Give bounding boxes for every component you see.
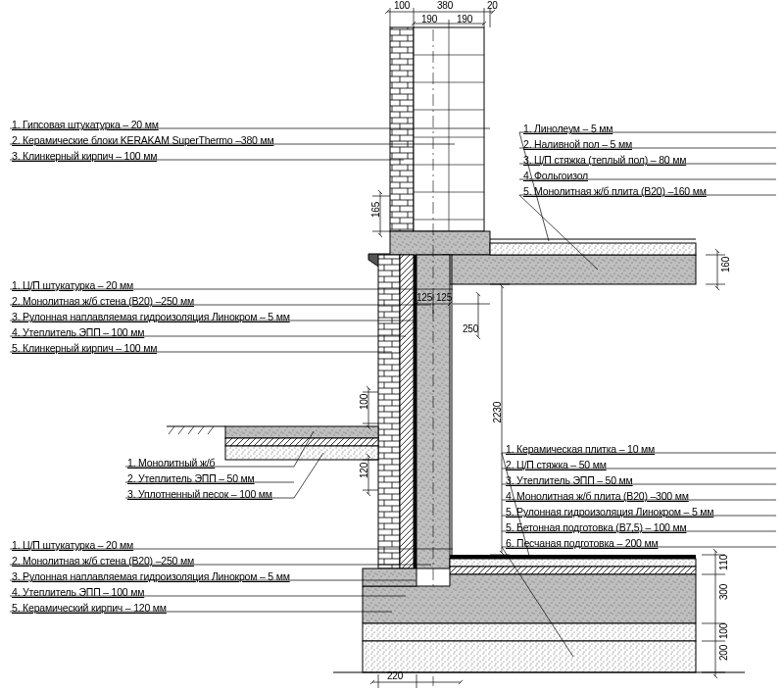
dim-125b: 125 (436, 292, 452, 303)
dim-125a: 125 (416, 292, 432, 303)
gd-2: 2. Утеплитель ЭПП – 50 мм (127, 471, 255, 487)
gd-1: 1. Монолитный ж/б (127, 456, 215, 471)
svg-line-39 (188, 426, 194, 434)
dim-r100b: 100 (718, 623, 729, 639)
dim-r300: 300 (718, 584, 729, 600)
svg-rect-12 (390, 27, 414, 231)
dim-r200: 200 (718, 645, 729, 661)
dim-b220: 220 (387, 670, 403, 681)
gf-1: 1. Ц/П штукатурка – 20 мм (12, 538, 133, 554)
svg-rect-24 (443, 255, 696, 284)
gc-5: 5. Клинкерный кирпич – 100 мм (12, 341, 157, 357)
ge-1: 1. Керамическая плитка – 10 мм (506, 442, 655, 458)
ge-5: 5. Рулонная гидроизоляция Линокром – 5 м… (506, 505, 713, 520)
svg-line-37 (169, 426, 174, 434)
gf-4: 4. Утеплитель ЭПП – 100 мм (12, 585, 144, 601)
dim-190b: 190 (457, 14, 472, 25)
dim-l100: 100 (359, 394, 369, 410)
svg-rect-23 (390, 231, 490, 255)
svg-rect-43 (450, 559, 696, 567)
gb-1: 1. Линолеум – 5 мм (523, 122, 612, 137)
svg-line-40 (198, 426, 204, 434)
svg-rect-34 (225, 438, 378, 446)
svg-line-41 (208, 426, 214, 434)
ga-3: 3. Клинкерный кирпич – 100 мм (12, 149, 157, 165)
dim-250: 250 (463, 323, 478, 334)
svg-rect-46 (363, 641, 696, 672)
dim-20: 20 (487, 0, 498, 11)
gc-2: 2. Монолитная ж/б стена (В20) –250 мм (12, 294, 194, 310)
gf-2: 2. Монолитная ж/б стена (В20) –250 мм (12, 554, 194, 569)
gf-3: 3. Рулонная наплавляемая гидроизоляция Л… (12, 569, 290, 585)
gc-4: 4. Утеплитель ЭПП – 100 мм (12, 325, 144, 341)
gc-1: 1. Ц/П штукатурка – 20 мм (12, 278, 133, 294)
dim-160: 160 (720, 257, 731, 272)
gb-4: 4. Фольгоизол (523, 169, 588, 184)
dim-190a: 190 (421, 14, 437, 25)
ge-6: 5. Бетонная подготовка (В7,5) – 100 мм (506, 520, 687, 536)
ga-1: 1. Гипсовая штукатурка – 20 мм (12, 118, 159, 133)
gb-3: 3. Ц/П стяжка (теплый пол) – 80 мм (523, 153, 686, 169)
gb-2: 2. Наливной пол – 5 мм (523, 137, 632, 153)
dim-r110: 110 (718, 555, 729, 570)
dim-165: 165 (370, 202, 381, 218)
svg-rect-44 (450, 567, 696, 574)
ge-4: 4. Монолитная ж/б плита (В20) –300 мм (506, 489, 689, 505)
svg-rect-42 (450, 555, 696, 559)
svg-rect-27 (378, 255, 400, 568)
dim-2230: 2230 (492, 402, 503, 422)
gc-3: 3. Рулонная наплавляемая гидроизоляция Л… (12, 310, 290, 325)
dim-100: 100 (394, 0, 410, 11)
ge-2: 2. Ц/П стяжка – 50 мм (506, 458, 607, 473)
gf-5: 5. Керамический кирпич – 120 мм (12, 601, 167, 617)
ge-3: 3. Утеплитель ЭПП – 50 мм (506, 473, 633, 489)
svg-rect-28 (400, 255, 414, 568)
ge-7: 6. Песчаная подготовка – 200 мм (506, 536, 659, 552)
ga-2: 2. Керамические блоки KERAKAM SuperTherm… (12, 133, 273, 149)
svg-rect-48 (363, 568, 416, 586)
svg-rect-33 (225, 426, 378, 438)
gb-5: 5. Монолитная ж/б плита (В20) –160 мм (523, 184, 707, 200)
svg-line-38 (178, 426, 184, 434)
dim-l120: 120 (359, 463, 369, 478)
svg-rect-45 (363, 623, 696, 641)
gd-3: 3. Уплотненный песок – 100 мм (127, 487, 272, 503)
svg-rect-25 (490, 243, 696, 255)
dim-380: 380 (437, 0, 453, 11)
